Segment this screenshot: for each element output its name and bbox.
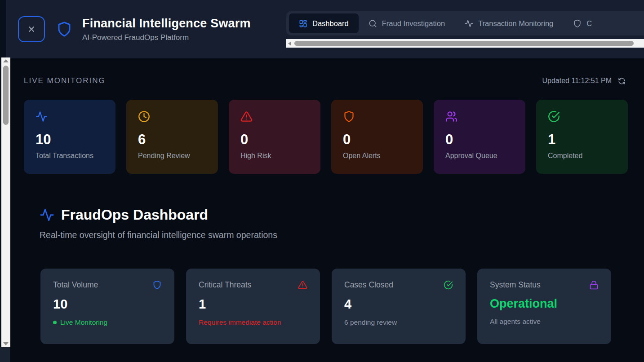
stat-label: High Risk: [240, 152, 309, 160]
horizontal-scrollbar-thumb[interactable]: [294, 41, 634, 46]
stat-value: 0: [240, 132, 309, 148]
tab-label: Transaction Monitoring: [478, 19, 553, 28]
page-subtitle: Real-time oversight of financial intelli…: [40, 230, 277, 240]
stat-value: 10: [36, 132, 104, 148]
card-value: Operational: [490, 297, 599, 311]
stat-label: Pending Review: [138, 152, 206, 160]
card-footer-text: 6 pending review: [344, 318, 397, 327]
tab-label: Dashboard: [312, 19, 349, 28]
page-title: FraudOps Dashboard: [61, 207, 208, 223]
card-title: Cases Closed: [344, 280, 393, 290]
card-critical-threats: Critical Threats 1 Requires immediate ac…: [186, 269, 320, 344]
section-label: LIVE MONITORING: [24, 76, 106, 85]
live-monitoring-header: LIVE MONITORING Updated 11:12:51 PM: [24, 76, 626, 85]
stat-label: Completed: [548, 152, 616, 160]
left-edge-strip-bottom: [0, 347, 10, 362]
stat-card-approval-queue: 0 Approval Queue: [434, 100, 525, 174]
vertical-scrollbar-thumb[interactable]: [3, 66, 9, 125]
scroll-down-arrow-icon[interactable]: [3, 342, 9, 345]
shield-icon: [573, 19, 582, 28]
stat-label: Open Alerts: [343, 152, 411, 160]
stat-card-pending-review: 6 Pending Review: [126, 100, 218, 174]
close-icon: [27, 25, 36, 34]
live-monitoring-stats: 10 Total Transactions 6 Pending Review 0…: [24, 100, 628, 174]
vertical-scrollbar[interactable]: [1, 57, 10, 347]
card-total-volume: Total Volume 10 Live Monitoring: [40, 269, 174, 344]
page-heading: FraudOps Dashboard Real-time oversight o…: [40, 207, 277, 240]
updated-timestamp: Updated 11:12:51 PM: [542, 77, 612, 85]
tab-transaction-monitoring[interactable]: Transaction Monitoring: [455, 13, 563, 33]
card-cases-closed: Cases Closed 4 6 pending review: [332, 269, 466, 344]
dashboard-grid-icon: [299, 19, 307, 28]
alert-triangle-icon: [298, 280, 307, 290]
stat-card-open-alerts: 0 Open Alerts: [331, 100, 423, 174]
activity-icon: [465, 19, 473, 28]
activity-icon: [36, 110, 104, 123]
card-footer: Live Monitoring: [53, 318, 162, 327]
card-title: Critical Threats: [199, 280, 251, 290]
card-footer-text: Requires immediate action: [199, 318, 281, 327]
card-footer-text: All agents active: [490, 318, 541, 326]
stat-card-total-transactions: 10 Total Transactions: [24, 100, 115, 174]
stat-value: 0: [343, 132, 411, 148]
app-title: Financial Intelligence Swarm: [82, 17, 251, 31]
stat-card-completed: 1 Completed: [536, 100, 628, 174]
stat-value: 1: [548, 132, 616, 148]
card-value: 1: [199, 297, 307, 312]
stat-card-high-risk: 0 High Risk: [229, 100, 320, 174]
refresh-icon[interactable]: [618, 77, 626, 85]
alert-triangle-icon: [240, 110, 309, 123]
summary-cards: Total Volume 10 Live Monitoring Critical…: [40, 269, 611, 344]
clock-icon: [138, 110, 206, 123]
search-icon: [369, 19, 377, 28]
stat-label: Approval Queue: [445, 152, 514, 160]
card-footer: All agents active: [490, 318, 599, 326]
updated-row: Updated 11:12:51 PM: [542, 77, 626, 85]
shield-logo-icon: [56, 21, 72, 38]
stat-label: Total Transactions: [36, 152, 104, 160]
close-button[interactable]: [18, 16, 45, 42]
check-circle-icon: [548, 110, 616, 123]
tab-fraud-investigation[interactable]: Fraud Investigation: [359, 13, 455, 33]
card-title: Total Volume: [53, 280, 98, 290]
scroll-up-arrow-icon[interactable]: [3, 59, 9, 62]
live-dot: [53, 321, 57, 324]
tabbar-horizontal-scrollbar[interactable]: [286, 39, 644, 48]
card-footer: Requires immediate action: [199, 318, 307, 327]
users-icon: [445, 110, 514, 123]
shield-icon: [343, 110, 411, 123]
stat-value: 0: [445, 132, 514, 148]
tab-label: C: [586, 19, 592, 28]
activity-icon: [40, 207, 54, 222]
main-nav-tabbar: Dashboard Fraud Investigation Transactio…: [286, 11, 644, 35]
header-titles: Financial Intelligence Swarm AI-Powered …: [82, 17, 251, 42]
card-footer-text: Live Monitoring: [60, 318, 107, 327]
app-subtitle: AI-Powered FraudOps Platform: [82, 33, 251, 42]
card-value: 4: [344, 297, 453, 312]
card-title: System Status: [490, 280, 541, 290]
lock-icon: [589, 280, 599, 290]
check-circle-icon: [444, 280, 453, 290]
stat-value: 6: [138, 132, 206, 148]
card-system-status: System Status Operational All agents act…: [477, 269, 611, 344]
tab-compliance-partial[interactable]: C: [563, 13, 602, 33]
scroll-left-arrow-icon[interactable]: [288, 41, 291, 46]
card-footer: 6 pending review: [344, 318, 453, 327]
card-value: 10: [53, 297, 162, 312]
tab-label: Fraud Investigation: [382, 19, 445, 28]
tab-dashboard[interactable]: Dashboard: [289, 13, 359, 33]
shield-icon: [152, 280, 162, 290]
